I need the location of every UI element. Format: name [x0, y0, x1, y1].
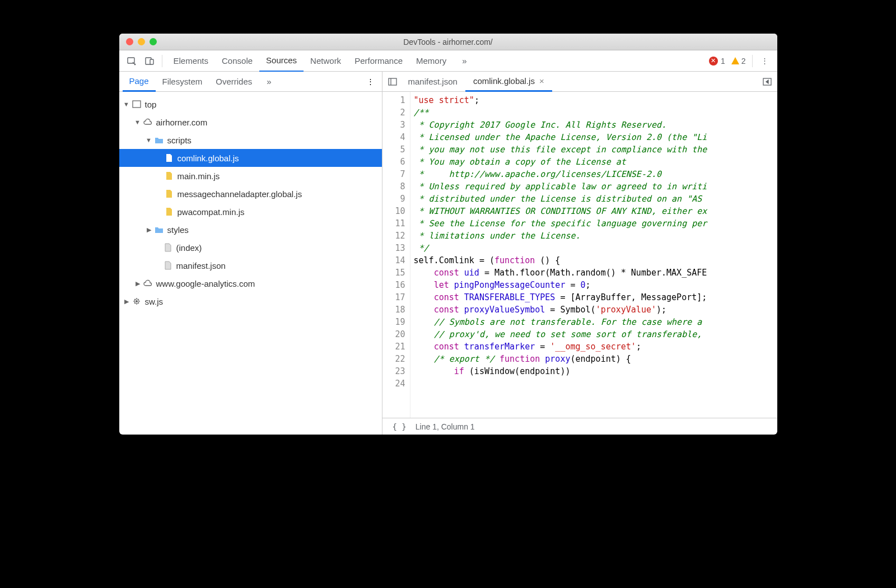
devtools-window: DevTools - airhorner.com/ ElementsConsol…: [119, 34, 777, 435]
cursor-position: Line 1, Column 1: [416, 422, 475, 431]
editor-area: manifest.jsoncomlink.global.js× 12345678…: [382, 72, 777, 435]
disclosure-triangle-icon[interactable]: ▼: [123, 101, 130, 108]
tree-folder-scripts[interactable]: ▼ scripts: [119, 131, 382, 149]
disclosure-triangle-icon[interactable]: ▼: [134, 119, 142, 125]
gear-icon: [132, 296, 142, 306]
tree-label: (index): [176, 243, 202, 253]
tab-memory[interactable]: Memory: [409, 50, 453, 72]
disclosure-triangle-icon[interactable]: ▼: [145, 137, 153, 143]
editor-tab-label: comlink.global.js: [473, 76, 535, 86]
warning-icon: [731, 57, 740, 66]
more-navigator-tabs[interactable]: »: [260, 72, 278, 92]
js-file-icon: [164, 189, 174, 199]
tree-frame-top[interactable]: ▼ top: [119, 95, 382, 113]
tab-performance[interactable]: Performance: [348, 50, 409, 72]
error-icon: ✕: [709, 57, 718, 66]
settings-menu-icon[interactable]: ⋮: [757, 54, 773, 68]
error-count[interactable]: ✕ 1: [709, 57, 725, 66]
folder-icon: [154, 225, 164, 235]
line-number-gutter[interactable]: 123456789101112131415161718192021222324: [382, 92, 410, 418]
tree-file[interactable]: main.min.js: [119, 167, 382, 185]
file-tree: ▼ top ▼ airhorner.com ▼ scripts comlink.…: [119, 92, 382, 435]
editor-tabbar: manifest.jsoncomlink.global.js×: [382, 72, 777, 92]
separator: [162, 55, 162, 67]
tree-domain[interactable]: ▼ airhorner.com: [119, 113, 382, 131]
svg-rect-3: [133, 101, 141, 108]
tree-file[interactable]: pwacompat.min.js: [119, 203, 382, 221]
window-title: DevTools - airhorner.com/: [119, 38, 777, 46]
content-area: PageFilesystemOverrides » ⋮ ▼ top ▼ airh…: [119, 72, 777, 435]
editor-tab-label: manifest.json: [408, 77, 458, 86]
warning-count[interactable]: 2: [731, 57, 746, 66]
file-icon: [163, 242, 173, 253]
separator: [752, 55, 753, 67]
warning-count-value: 2: [741, 57, 746, 66]
tree-label: main.min.js: [178, 171, 220, 181]
disclosure-triangle-icon[interactable]: ▶: [123, 298, 130, 305]
tree-file[interactable]: messagechanneladapter.global.js: [119, 185, 382, 203]
tree-label: comlink.global.js: [178, 153, 239, 163]
inspect-icon[interactable]: [124, 54, 139, 68]
tree-service-worker[interactable]: ▶ sw.js: [119, 292, 382, 310]
main-toolbar: ElementsConsoleSourcesNetworkPerformance…: [119, 50, 777, 72]
tab-console[interactable]: Console: [215, 50, 259, 72]
window-minimize-button[interactable]: [138, 38, 145, 45]
window-maximize-button[interactable]: [150, 38, 157, 45]
navigator-tab-overrides[interactable]: Overrides: [209, 72, 259, 92]
tree-file-index[interactable]: (index): [119, 239, 382, 256]
more-tabs-button[interactable]: »: [455, 50, 473, 72]
error-count-value: 1: [721, 57, 725, 66]
show-debugger-icon[interactable]: [759, 74, 775, 89]
code-content[interactable]: "use strict";/** * Copyright 2017 Google…: [410, 92, 777, 418]
code-editor[interactable]: 123456789101112131415161718192021222324 …: [382, 92, 777, 418]
tree-file-manifest[interactable]: manifest.json: [119, 256, 382, 274]
js-file-icon: [164, 207, 174, 217]
tree-domain-ga[interactable]: ▶ www.google-analytics.com: [119, 274, 382, 292]
navigator-tab-filesystem[interactable]: Filesystem: [156, 72, 209, 92]
tree-label: manifest.json: [176, 261, 226, 270]
disclosure-triangle-icon[interactable]: ▶: [134, 280, 142, 287]
file-icon: [163, 260, 173, 270]
tree-label: www.google-analytics.com: [156, 279, 255, 288]
cloud-icon: [143, 278, 153, 288]
editor-statusbar: { } Line 1, Column 1: [382, 418, 777, 435]
tree-label: pwacompat.min.js: [178, 207, 245, 217]
tab-elements[interactable]: Elements: [167, 50, 216, 72]
tree-label: messagechanneladapter.global.js: [178, 189, 302, 199]
close-tab-icon[interactable]: ×: [539, 76, 544, 86]
editor-tab[interactable]: manifest.json: [400, 72, 465, 92]
tree-label: scripts: [167, 136, 192, 145]
tree-label: styles: [167, 225, 189, 235]
cloud-icon: [143, 117, 153, 127]
tab-network[interactable]: Network: [304, 50, 348, 72]
disclosure-triangle-icon[interactable]: ▶: [145, 226, 153, 234]
tree-folder-styles[interactable]: ▶ styles: [119, 221, 382, 239]
navigator-tab-page[interactable]: Page: [123, 72, 156, 92]
pretty-print-button[interactable]: { }: [393, 422, 407, 431]
navigator-menu-icon[interactable]: ⋮: [363, 74, 379, 89]
frame-icon: [132, 99, 142, 109]
js-file-icon: [164, 153, 174, 163]
titlebar: DevTools - airhorner.com/: [119, 34, 777, 50]
js-file-icon: [164, 171, 174, 181]
svg-rect-6: [389, 78, 396, 85]
editor-tab[interactable]: comlink.global.js×: [465, 72, 552, 92]
navigator-sidebar: PageFilesystemOverrides » ⋮ ▼ top ▼ airh…: [119, 72, 382, 435]
svg-rect-2: [150, 59, 153, 64]
tree-label: top: [145, 100, 157, 109]
show-navigator-icon[interactable]: [385, 74, 400, 89]
folder-icon: [154, 135, 164, 145]
window-close-button[interactable]: [126, 38, 133, 45]
tree-label: sw.js: [145, 297, 164, 306]
device-toolbar-icon[interactable]: [142, 54, 157, 68]
tab-sources[interactable]: Sources: [259, 50, 304, 72]
traffic-lights: [119, 38, 157, 45]
tree-label: airhorner.com: [156, 118, 208, 127]
svg-point-5: [136, 301, 137, 302]
navigator-tabs: PageFilesystemOverrides » ⋮: [119, 72, 382, 92]
tree-file[interactable]: comlink.global.js: [119, 149, 382, 167]
